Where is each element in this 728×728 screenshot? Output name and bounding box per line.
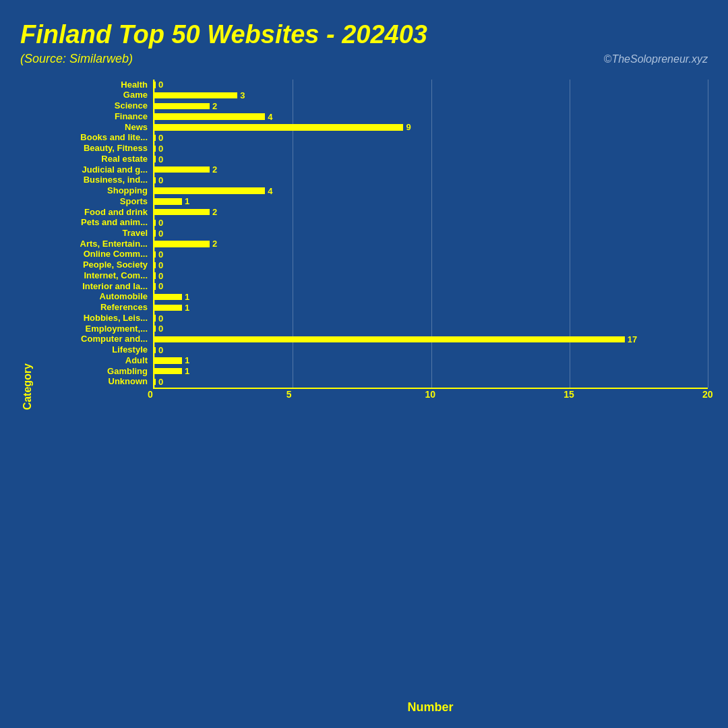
bar-zero-18 — [154, 272, 156, 278]
bar-zero-16 — [154, 251, 156, 257]
category-label-11: Sports — [35, 197, 153, 206]
category-label-25: Lifestyle — [35, 345, 153, 355]
bar-row-26: 1 — [154, 355, 708, 366]
category-label-16: Online Comm... — [35, 249, 153, 259]
category-label-0: Health — [35, 80, 153, 90]
bar-10 — [154, 187, 265, 193]
bar-row-17: 0 — [154, 260, 708, 270]
bar-value-9: 0 — [158, 175, 163, 185]
category-label-27: Gambling — [35, 367, 153, 376]
bar-21 — [154, 305, 182, 311]
bar-row-20: 1 — [154, 292, 708, 303]
bar-value-11: 1 — [185, 196, 189, 206]
bar-value-2: 2 — [212, 101, 217, 111]
bar-27 — [154, 368, 182, 374]
bar-zero-17 — [154, 262, 156, 268]
chart-area: Category HealthGameScienceFinanceNewsBoo… — [20, 80, 708, 715]
bars-container: 032490002041200200001100170110 — [153, 80, 708, 389]
bar-value-26: 1 — [185, 355, 189, 365]
bar-value-20: 1 — [185, 292, 189, 302]
bar-zero-6 — [154, 146, 156, 152]
bar-row-5: 0 — [154, 133, 708, 144]
bar-row-13: 0 — [154, 218, 708, 229]
bar-value-18: 0 — [158, 271, 163, 281]
bar-row-27: 1 — [154, 366, 708, 377]
bar-value-0: 0 — [158, 80, 163, 90]
category-label-13: Pets and anim... — [35, 218, 153, 227]
bar-row-7: 0 — [154, 154, 708, 164]
bar-zero-28 — [154, 379, 156, 385]
category-label-18: Internet, Com... — [35, 271, 153, 280]
bar-row-12: 2 — [154, 207, 708, 218]
bar-row-16: 0 — [154, 249, 708, 260]
x-axis-title: Number — [153, 700, 708, 715]
bar-row-10: 4 — [154, 185, 708, 196]
source-label: (Source: Similarweb) — [20, 52, 133, 66]
bar-value-23: 0 — [158, 324, 163, 334]
bar-row-15: 2 — [154, 239, 708, 249]
bar-value-8: 2 — [212, 164, 217, 175]
bar-row-2: 2 — [154, 100, 708, 111]
bar-value-28: 0 — [158, 377, 163, 387]
bar-row-1: 3 — [154, 90, 708, 101]
bar-zero-14 — [154, 230, 156, 236]
bar-20 — [154, 294, 182, 300]
bar-row-19: 0 — [154, 281, 708, 292]
bar-value-10: 4 — [268, 186, 272, 196]
bar-11 — [154, 198, 182, 204]
category-label-17: People, Society — [35, 260, 153, 270]
bar-value-6: 0 — [158, 144, 163, 154]
category-label-3: Finance — [35, 112, 153, 121]
bar-24 — [154, 336, 625, 342]
bar-row-23: 0 — [154, 324, 708, 334]
bar-row-0: 0 — [154, 80, 708, 90]
bar-zero-0 — [154, 82, 156, 88]
bar-value-27: 1 — [185, 366, 189, 376]
category-label-8: Judicial and g... — [35, 165, 153, 175]
grid-line-20 — [708, 80, 708, 388]
category-label-21: References — [35, 303, 153, 312]
category-label-14: Travel — [35, 229, 153, 238]
bar-zero-13 — [154, 220, 156, 226]
bars-and-axes: HealthGameScienceFinanceNewsBooks and li… — [35, 80, 708, 389]
category-label-6: Beauty, Fitness — [35, 144, 153, 153]
bar-zero-22 — [154, 315, 156, 321]
page-container: Finland Top 50 Websites - 202403 (Source… — [0, 0, 728, 728]
category-label-24: Computer and... — [35, 334, 153, 344]
x-tick-5: 5 — [286, 389, 292, 400]
category-label-12: Food and drink — [35, 208, 153, 217]
bar-zero-7 — [154, 156, 156, 162]
x-axis-container: 05101520 — [153, 389, 708, 698]
bar-1 — [154, 92, 237, 98]
bar-value-12: 2 — [212, 207, 217, 217]
category-label-2: Science — [35, 101, 153, 111]
category-label-22: Hobbies, Leis... — [35, 313, 153, 323]
bar-row-3: 4 — [154, 111, 708, 122]
bar-value-14: 0 — [158, 229, 163, 239]
y-axis-label-container: Category — [20, 80, 35, 694]
category-label-10: Shopping — [35, 186, 153, 195]
bar-row-6: 0 — [154, 143, 708, 154]
category-label-4: News — [35, 123, 153, 132]
bar-value-21: 1 — [185, 303, 189, 313]
bar-value-5: 0 — [158, 133, 163, 143]
y-axis-label: Category — [22, 363, 34, 410]
bar-value-1: 3 — [240, 90, 245, 100]
category-label-5: Books and lite... — [35, 133, 153, 142]
category-label-23: Employment,... — [35, 324, 153, 334]
bar-2 — [154, 103, 210, 109]
category-label-20: Automobile — [35, 292, 153, 301]
bar-zero-9 — [154, 177, 156, 183]
bar-zero-19 — [154, 283, 156, 289]
bar-value-19: 0 — [158, 281, 163, 291]
bar-row-11: 1 — [154, 196, 708, 207]
bar-row-21: 1 — [154, 302, 708, 313]
bar-26 — [154, 357, 182, 363]
bar-row-24: 17 — [154, 334, 708, 345]
bar-value-22: 0 — [158, 313, 163, 324]
category-label-15: Arts, Entertain... — [35, 239, 153, 249]
x-tick-0: 0 — [148, 389, 153, 400]
x-tick-20: 20 — [702, 389, 713, 400]
bar-row-9: 0 — [154, 175, 708, 186]
bar-row-25: 0 — [154, 344, 708, 355]
